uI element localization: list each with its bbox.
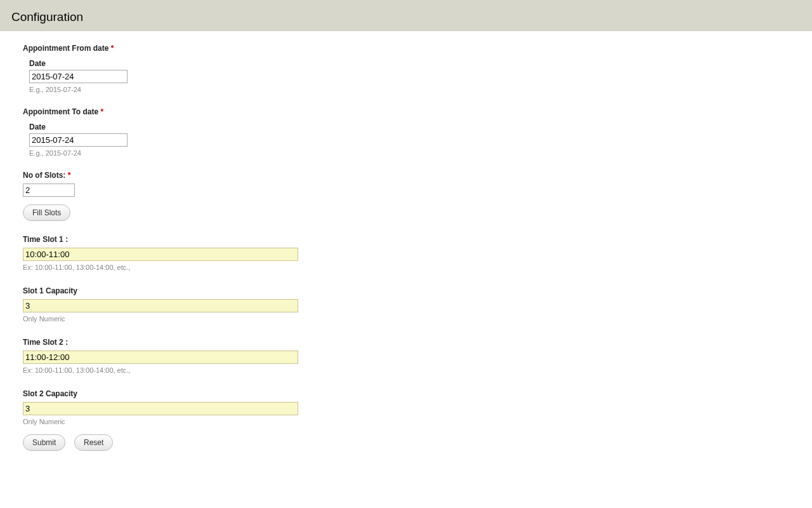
required-asterisk: * xyxy=(111,44,114,53)
slot-2-time-label: Time Slot 2 : xyxy=(23,338,789,347)
slot-2-cap-input[interactable] xyxy=(23,402,298,415)
appt-from-date-label: Date xyxy=(29,59,789,68)
slot-1-time-helper: Ex: 10:00-11:00, 13:00-14:00, etc., xyxy=(23,264,789,271)
slot-1-time-group: Time Slot 1 : Ex: 10:00-11:00, 13:00-14:… xyxy=(23,235,789,271)
no-slots-input[interactable] xyxy=(23,184,75,197)
fill-slots-row: Fill Slots xyxy=(23,204,789,221)
appt-from-date-input[interactable] xyxy=(29,70,128,83)
required-asterisk: * xyxy=(68,171,71,180)
required-asterisk: * xyxy=(100,107,103,116)
slot-2-cap-helper: Only Numeric xyxy=(23,418,789,425)
slot-2-cap-group: Slot 2 Capacity Only Numeric xyxy=(23,389,789,425)
slot-1-cap-label: Slot 1 Capacity xyxy=(23,286,789,295)
appt-to-label: Appointment To date * xyxy=(23,107,789,116)
submit-button[interactable]: Submit xyxy=(23,434,65,451)
appt-to-date-input[interactable] xyxy=(29,133,128,147)
no-slots-label-text: No of Slots: xyxy=(23,171,65,180)
no-slots-group: No of Slots: * xyxy=(23,171,789,197)
slot-2-time-helper: Ex: 10:00-11:00, 13:00-14:00, etc., xyxy=(23,366,789,374)
appt-from-label: Appointment From date * xyxy=(23,44,789,53)
form-body: Appointment From date * Date E.g., 2015-… xyxy=(0,31,812,470)
appt-to-date-wrap: Date E.g., 2015-07-24 xyxy=(29,123,789,157)
appt-from-group: Appointment From date * Date E.g., 2015-… xyxy=(23,44,789,93)
page-title: Configuration xyxy=(11,10,801,24)
appt-to-date-label: Date xyxy=(29,123,789,131)
appt-from-date-wrap: Date E.g., 2015-07-24 xyxy=(29,59,789,93)
slot-1-cap-helper: Only Numeric xyxy=(23,315,789,323)
config-header: Configuration xyxy=(0,4,812,31)
appt-to-group: Appointment To date * Date E.g., 2015-07… xyxy=(23,107,789,157)
appt-to-label-text: Appointment To date xyxy=(23,107,98,116)
slot-1-cap-group: Slot 1 Capacity Only Numeric xyxy=(23,286,789,323)
slot-1-time-input[interactable] xyxy=(23,248,298,261)
fill-slots-button[interactable]: Fill Slots xyxy=(23,204,70,221)
slot-2-cap-label: Slot 2 Capacity xyxy=(23,389,789,398)
slot-1-cap-input[interactable] xyxy=(23,299,298,312)
slot-1-time-label: Time Slot 1 : xyxy=(23,235,789,244)
appt-to-helper: E.g., 2015-07-24 xyxy=(29,149,789,157)
slot-2-time-group: Time Slot 2 : Ex: 10:00-11:00, 13:00-14:… xyxy=(23,338,789,374)
appt-from-label-text: Appointment From date xyxy=(23,44,108,53)
slot-2-time-input[interactable] xyxy=(23,351,298,364)
appt-from-helper: E.g., 2015-07-24 xyxy=(29,86,789,93)
reset-button[interactable]: Reset xyxy=(74,434,113,451)
no-slots-label: No of Slots: * xyxy=(23,171,789,180)
action-buttons: Submit Reset xyxy=(23,434,789,451)
